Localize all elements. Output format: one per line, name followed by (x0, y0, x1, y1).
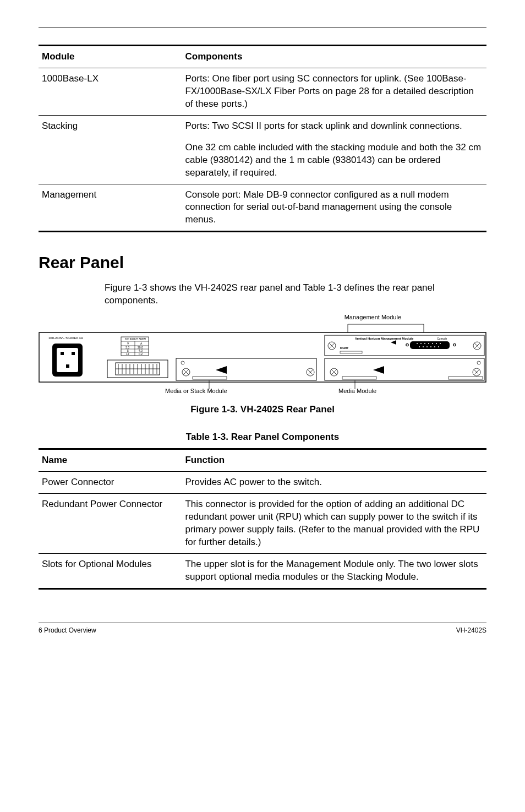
table-row: Stacking Ports: Two SCSI II ports for st… (39, 115, 486, 137)
media-stack-slot-left (176, 358, 316, 380)
table-row: Management Console port: Male DB-9 conne… (39, 184, 486, 232)
svg-rect-5 (57, 348, 78, 372)
table-1-3-caption: Table 1-3. Rear Panel Components (39, 432, 486, 443)
svg-point-46 (419, 346, 420, 347)
svg-point-43 (432, 343, 433, 344)
svg-point-40 (420, 343, 422, 344)
fig-bottom-right-label: Media Module (338, 388, 376, 393)
table-row: Slots for Optional Modules The upper slo… (39, 553, 486, 588)
footer-right: VH-2402S (456, 626, 486, 634)
function-cell: This connector is provided for the optio… (182, 494, 486, 554)
dc-r3c0: 12 (126, 352, 129, 356)
svg-point-49 (430, 346, 431, 347)
rear-panel-diagram: 100-240V~ 50-60Hz 4A DC INPUT 300W V A 3… (39, 321, 486, 393)
svg-rect-64 (325, 358, 484, 380)
section-heading: Rear Panel (39, 253, 486, 272)
module-cell: 1000Base-LX (39, 68, 182, 115)
svg-rect-36 (340, 351, 362, 353)
svg-point-52 (453, 344, 456, 346)
svg-point-44 (436, 343, 437, 344)
svg-point-42 (428, 343, 429, 344)
power-connector-graphic: 100-240V~ 50-60Hz 4A (48, 336, 83, 377)
svg-point-41 (424, 343, 425, 344)
col-header-components: Components (182, 46, 486, 68)
svg-rect-0 (39, 333, 486, 382)
components-cell: Console port: Male DB-9 connector config… (182, 184, 486, 232)
name-cell: Slots for Optional Modules (39, 553, 182, 588)
table-row: One 32 cm cable included with the stacki… (39, 137, 486, 184)
svg-rect-6 (61, 352, 64, 355)
col-header-name: Name (39, 449, 182, 472)
figure-caption: Figure 1-3. VH-2402S Rear Panel (39, 404, 486, 415)
svg-rect-54 (176, 358, 316, 380)
footer-left: 6 Product Overview (39, 626, 96, 634)
section-intro-paragraph: Figure 1-3 shows the VH-2402S rear panel… (105, 282, 486, 307)
table-row: 1000Base-LX Ports: One fiber port using … (39, 68, 486, 115)
svg-rect-74 (449, 377, 483, 379)
dc-header-text: DC INPUT 300W (125, 337, 146, 341)
function-cell: Provides AC power to the switch. (182, 472, 486, 494)
svg-point-48 (426, 346, 428, 347)
page-footer: 6 Product Overview VH-2402S (39, 623, 486, 634)
console-label-text: Console (437, 337, 447, 340)
dc-r0c0: V (127, 342, 129, 345)
svg-point-39 (417, 343, 418, 344)
module-cell: Stacking (39, 115, 182, 137)
svg-point-51 (438, 346, 439, 347)
power-spec-text: 100-240V~ 50-60Hz 4A (48, 336, 83, 340)
dc-r0c1: A (140, 342, 143, 345)
rear-panel-components-table: Name Function Power Connector Provides A… (39, 448, 486, 590)
module-cell (39, 137, 182, 184)
svg-point-47 (423, 346, 424, 347)
dc-input-graphic: DC INPUT 300W V A 3.3 20.0 5 4.0 12 0.2 (121, 337, 149, 356)
fig-bottom-left-label: Media or Stack Module (165, 388, 227, 393)
management-module-slot: Vertical Horizon Management Module MGMT … (325, 335, 484, 356)
mgmt-label-text: MGMT (340, 346, 348, 350)
name-cell: Power Connector (39, 472, 182, 494)
svg-marker-59 (216, 366, 227, 374)
svg-point-45 (440, 343, 441, 344)
figure-rear-panel: Management Module 100-240V~ 50-60Hz 4A (39, 314, 486, 415)
svg-rect-7 (72, 352, 75, 355)
svg-marker-68 (373, 366, 384, 374)
svg-point-70 (477, 361, 480, 364)
svg-rect-60 (193, 377, 227, 379)
dc-r3c1: 0.2 (139, 352, 143, 356)
mgmt-title-text: Vertical Horizon Management Module (355, 337, 414, 340)
figure-label-management-module: Management Module (344, 314, 401, 320)
page-top-rule (39, 28, 486, 28)
module-cell: Management (39, 184, 182, 232)
col-header-function: Function (182, 449, 486, 472)
redundant-power-connector-graphic (107, 360, 168, 378)
name-cell: Redundant Power Connector (39, 494, 182, 554)
svg-rect-69 (342, 377, 376, 379)
table-row: Power Connector Provides AC power to the… (39, 472, 486, 494)
svg-point-38 (406, 344, 408, 346)
svg-rect-8 (66, 364, 69, 368)
table-row: Redundant Power Connector This connector… (39, 494, 486, 554)
components-cell: Ports: One fiber port using SC connector… (182, 68, 486, 115)
components-cell: One 32 cm cable included with the stacki… (182, 137, 486, 184)
svg-point-55 (181, 361, 184, 364)
svg-point-50 (434, 346, 435, 347)
col-header-module: Module (39, 46, 182, 68)
module-components-table: Module Components 1000Base-LX Ports: One… (39, 45, 486, 232)
svg-marker-37 (391, 340, 396, 345)
media-slot-right (325, 358, 484, 380)
components-cell: Ports: Two SCSI II ports for stack uplin… (182, 115, 486, 137)
function-cell: The upper slot is for the Management Mod… (182, 553, 486, 588)
